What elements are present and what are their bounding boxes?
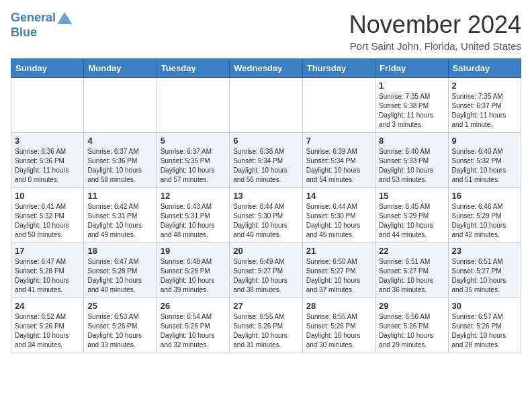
calendar-week-4: 17Sunrise: 6:47 AM Sunset: 5:28 PM Dayli… [11, 243, 521, 298]
day-number: 26 [161, 301, 226, 311]
calendar-cell: 28Sunrise: 6:55 AM Sunset: 5:26 PM Dayli… [302, 298, 375, 353]
day-number: 2 [452, 81, 517, 91]
calendar-cell [11, 78, 84, 133]
day-number: 10 [15, 191, 80, 201]
logo-text: General Blue [11, 11, 72, 40]
day-info: Sunrise: 6:37 AM Sunset: 5:35 PM Dayligh… [161, 147, 226, 185]
calendar-cell: 14Sunrise: 6:44 AM Sunset: 5:30 PM Dayli… [302, 188, 375, 243]
day-info: Sunrise: 7:35 AM Sunset: 6:38 PM Dayligh… [379, 92, 444, 130]
calendar-cell [84, 78, 157, 133]
calendar-cell: 26Sunrise: 6:54 AM Sunset: 5:26 PM Dayli… [157, 298, 229, 353]
day-info: Sunrise: 6:51 AM Sunset: 5:27 PM Dayligh… [379, 257, 444, 295]
calendar-cell: 9Sunrise: 6:40 AM Sunset: 5:32 PM Daylig… [448, 133, 521, 188]
title-area: November 2024 Port Saint John, Florida, … [349, 11, 521, 52]
day-number: 8 [379, 136, 444, 146]
calendar-cell: 24Sunrise: 6:52 AM Sunset: 5:26 PM Dayli… [11, 298, 84, 353]
day-info: Sunrise: 7:35 AM Sunset: 6:37 PM Dayligh… [452, 92, 517, 130]
calendar-cell: 16Sunrise: 6:46 AM Sunset: 5:29 PM Dayli… [448, 188, 521, 243]
day-number: 5 [161, 136, 226, 146]
day-number: 28 [306, 301, 371, 311]
day-number: 11 [87, 191, 152, 201]
page-header: General Blue November 2024 Port Saint Jo… [11, 11, 521, 52]
calendar-cell: 3Sunrise: 6:36 AM Sunset: 5:36 PM Daylig… [11, 133, 84, 188]
day-number: 30 [452, 301, 517, 311]
day-number: 20 [233, 246, 298, 256]
calendar-cell: 6Sunrise: 6:38 AM Sunset: 5:34 PM Daylig… [230, 133, 302, 188]
day-number: 17 [15, 246, 80, 256]
weekday-saturday: Saturday [448, 59, 521, 78]
day-number: 12 [161, 191, 226, 201]
calendar-cell: 11Sunrise: 6:42 AM Sunset: 5:31 PM Dayli… [84, 188, 157, 243]
calendar-cell: 18Sunrise: 6:47 AM Sunset: 5:28 PM Dayli… [84, 243, 157, 298]
day-info: Sunrise: 6:44 AM Sunset: 5:30 PM Dayligh… [306, 202, 371, 240]
day-info: Sunrise: 6:46 AM Sunset: 5:29 PM Dayligh… [452, 202, 517, 240]
calendar-week-3: 10Sunrise: 6:41 AM Sunset: 5:32 PM Dayli… [11, 188, 521, 243]
day-info: Sunrise: 6:38 AM Sunset: 5:34 PM Dayligh… [233, 147, 298, 185]
calendar-cell: 22Sunrise: 6:51 AM Sunset: 5:27 PM Dayli… [375, 243, 448, 298]
weekday-thursday: Thursday [302, 59, 375, 78]
calendar-cell: 30Sunrise: 6:57 AM Sunset: 5:26 PM Dayli… [448, 298, 521, 353]
calendar-cell: 19Sunrise: 6:48 AM Sunset: 5:28 PM Dayli… [157, 243, 229, 298]
day-number: 16 [452, 191, 517, 201]
logo: General Blue [11, 11, 72, 40]
day-number: 7 [306, 136, 371, 146]
day-number: 6 [233, 136, 298, 146]
day-info: Sunrise: 6:50 AM Sunset: 5:27 PM Dayligh… [306, 257, 371, 295]
day-info: Sunrise: 6:41 AM Sunset: 5:32 PM Dayligh… [15, 202, 80, 240]
day-number: 4 [87, 136, 152, 146]
day-info: Sunrise: 6:40 AM Sunset: 5:32 PM Dayligh… [452, 147, 517, 185]
calendar-cell: 25Sunrise: 6:53 AM Sunset: 5:26 PM Dayli… [84, 298, 157, 353]
day-info: Sunrise: 6:53 AM Sunset: 5:26 PM Dayligh… [87, 312, 152, 350]
day-info: Sunrise: 6:54 AM Sunset: 5:26 PM Dayligh… [161, 312, 226, 350]
calendar-cell: 27Sunrise: 6:55 AM Sunset: 5:26 PM Dayli… [230, 298, 302, 353]
day-number: 15 [379, 191, 444, 201]
weekday-tuesday: Tuesday [157, 59, 229, 78]
location: Port Saint John, Florida, United States [349, 40, 521, 52]
calendar-cell: 5Sunrise: 6:37 AM Sunset: 5:35 PM Daylig… [157, 133, 229, 188]
day-number: 24 [15, 301, 80, 311]
calendar-cell: 23Sunrise: 6:51 AM Sunset: 5:27 PM Dayli… [448, 243, 521, 298]
weekday-friday: Friday [375, 59, 448, 78]
logo-blue: Blue [11, 26, 72, 40]
day-number: 18 [87, 246, 152, 256]
day-info: Sunrise: 6:47 AM Sunset: 5:28 PM Dayligh… [15, 257, 80, 295]
day-number: 1 [379, 81, 444, 91]
calendar-cell: 2Sunrise: 7:35 AM Sunset: 6:37 PM Daylig… [448, 78, 521, 133]
day-number: 22 [379, 246, 444, 256]
day-info: Sunrise: 6:47 AM Sunset: 5:28 PM Dayligh… [87, 257, 152, 295]
calendar-week-1: 1Sunrise: 7:35 AM Sunset: 6:38 PM Daylig… [11, 78, 521, 133]
weekday-monday: Monday [84, 59, 157, 78]
day-info: Sunrise: 6:43 AM Sunset: 5:31 PM Dayligh… [161, 202, 226, 240]
day-info: Sunrise: 6:39 AM Sunset: 5:34 PM Dayligh… [306, 147, 371, 185]
calendar-week-5: 24Sunrise: 6:52 AM Sunset: 5:26 PM Dayli… [11, 298, 521, 353]
calendar-cell [157, 78, 229, 133]
day-number: 9 [452, 136, 517, 146]
calendar-cell [230, 78, 302, 133]
calendar-cell: 10Sunrise: 6:41 AM Sunset: 5:32 PM Dayli… [11, 188, 84, 243]
calendar-week-2: 3Sunrise: 6:36 AM Sunset: 5:36 PM Daylig… [11, 133, 521, 188]
day-info: Sunrise: 6:40 AM Sunset: 5:33 PM Dayligh… [379, 147, 444, 185]
weekday-sunday: Sunday [11, 59, 84, 78]
day-info: Sunrise: 6:37 AM Sunset: 5:36 PM Dayligh… [87, 147, 152, 185]
day-number: 29 [379, 301, 444, 311]
day-number: 13 [233, 191, 298, 201]
day-number: 14 [306, 191, 371, 201]
calendar-cell: 12Sunrise: 6:43 AM Sunset: 5:31 PM Dayli… [157, 188, 229, 243]
calendar-cell: 4Sunrise: 6:37 AM Sunset: 5:36 PM Daylig… [84, 133, 157, 188]
day-number: 23 [452, 246, 517, 256]
weekday-header-row: SundayMondayTuesdayWednesdayThursdayFrid… [11, 59, 521, 78]
calendar-cell: 21Sunrise: 6:50 AM Sunset: 5:27 PM Dayli… [302, 243, 375, 298]
day-number: 21 [306, 246, 371, 256]
calendar-cell: 1Sunrise: 7:35 AM Sunset: 6:38 PM Daylig… [375, 78, 448, 133]
day-info: Sunrise: 6:51 AM Sunset: 5:27 PM Dayligh… [452, 257, 517, 295]
day-info: Sunrise: 6:36 AM Sunset: 5:36 PM Dayligh… [15, 147, 80, 185]
day-info: Sunrise: 6:56 AM Sunset: 5:26 PM Dayligh… [379, 312, 444, 350]
calendar-cell: 7Sunrise: 6:39 AM Sunset: 5:34 PM Daylig… [302, 133, 375, 188]
day-info: Sunrise: 6:57 AM Sunset: 5:26 PM Dayligh… [452, 312, 517, 350]
day-number: 27 [233, 301, 298, 311]
day-info: Sunrise: 6:48 AM Sunset: 5:28 PM Dayligh… [161, 257, 226, 295]
month-title: November 2024 [349, 11, 521, 39]
calendar-cell: 8Sunrise: 6:40 AM Sunset: 5:33 PM Daylig… [375, 133, 448, 188]
calendar-cell: 20Sunrise: 6:49 AM Sunset: 5:27 PM Dayli… [230, 243, 302, 298]
calendar-table: SundayMondayTuesdayWednesdayThursdayFrid… [11, 58, 521, 353]
